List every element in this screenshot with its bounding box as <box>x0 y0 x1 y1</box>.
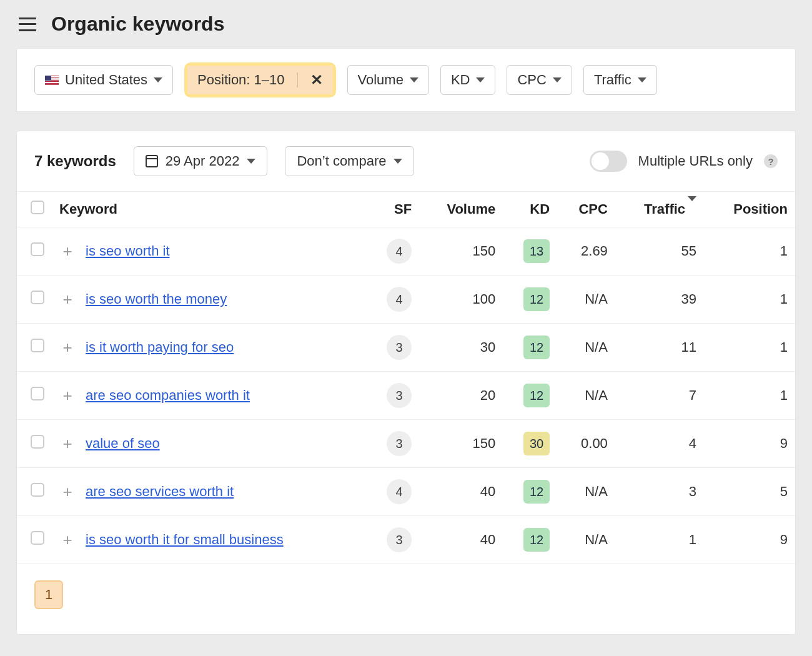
kd-badge: 12 <box>523 528 550 552</box>
hamburger-menu-icon[interactable] <box>19 17 36 31</box>
keyword-link[interactable]: is seo worth it for small business <box>86 532 284 548</box>
expand-icon[interactable]: + <box>59 291 76 307</box>
country-label: United States <box>65 72 147 88</box>
kd-badge: 12 <box>523 335 550 359</box>
cpc-cell: N/A <box>557 468 615 516</box>
col-traffic[interactable]: Traffic <box>615 192 704 227</box>
row-checkbox[interactable] <box>31 242 44 256</box>
row-checkbox[interactable] <box>31 531 44 545</box>
col-position[interactable]: Position <box>704 192 795 227</box>
us-flag-icon <box>45 76 59 85</box>
position-cell: 1 <box>704 372 795 420</box>
volume-cell: 30 <box>419 324 503 372</box>
traffic-cell: 3 <box>615 468 704 516</box>
col-sf[interactable]: SF <box>367 192 419 227</box>
sf-badge[interactable]: 4 <box>387 239 412 264</box>
position-cell: 9 <box>704 516 795 564</box>
traffic-cell: 7 <box>615 372 704 420</box>
col-cpc[interactable]: CPC <box>557 192 615 227</box>
traffic-cell: 39 <box>615 276 704 324</box>
expand-icon[interactable]: + <box>59 484 76 500</box>
date-picker[interactable]: 29 Apr 2022 <box>134 146 268 176</box>
chevron-down-icon <box>638 77 646 82</box>
header: Organic keywords <box>0 0 812 48</box>
volume-label: Volume <box>358 72 404 88</box>
traffic-filter-label: Traffic <box>594 72 631 88</box>
country-filter[interactable]: United States <box>34 65 173 95</box>
kd-label: KD <box>451 72 470 88</box>
table-row: +is seo worth the money410012N/A391 <box>17 276 795 324</box>
cpc-cell: N/A <box>557 324 615 372</box>
row-checkbox[interactable] <box>31 291 44 304</box>
sf-badge[interactable]: 4 <box>387 287 412 312</box>
compare-select[interactable]: Don’t compare <box>285 146 414 176</box>
volume-cell: 100 <box>419 276 503 324</box>
expand-icon[interactable]: + <box>59 387 76 404</box>
select-all-header <box>17 192 52 227</box>
results-panel: 7 keywords 29 Apr 2022 Don’t compare Mul… <box>16 131 796 635</box>
keyword-link[interactable]: is it worth paying for seo <box>86 339 234 355</box>
panel-toolbar: 7 keywords 29 Apr 2022 Don’t compare Mul… <box>17 131 795 191</box>
position-cell: 1 <box>704 227 795 276</box>
kd-badge: 12 <box>523 480 550 504</box>
help-icon[interactable]: ? <box>764 154 778 168</box>
select-all-checkbox[interactable] <box>31 201 44 214</box>
keyword-link[interactable]: value of seo <box>86 435 160 452</box>
cpc-cell: N/A <box>557 372 615 420</box>
page-title: Organic keywords <box>51 12 224 36</box>
row-checkbox[interactable] <box>31 387 44 400</box>
table-row: +is seo worth it for small business34012… <box>17 516 795 564</box>
col-keyword[interactable]: Keyword <box>52 192 367 227</box>
volume-cell: 40 <box>419 516 503 564</box>
keyword-count: 7 keywords <box>34 152 116 170</box>
sort-desc-icon <box>688 196 696 217</box>
chevron-down-icon <box>553 77 562 82</box>
sf-badge[interactable]: 3 <box>387 527 412 552</box>
row-checkbox[interactable] <box>31 339 44 352</box>
cpc-cell: 2.69 <box>557 227 615 276</box>
col-kd[interactable]: KD <box>503 192 557 227</box>
position-cell: 1 <box>704 276 795 324</box>
sf-badge[interactable]: 3 <box>387 383 412 408</box>
sf-badge[interactable]: 3 <box>387 431 412 456</box>
col-volume[interactable]: Volume <box>419 192 503 227</box>
volume-cell: 20 <box>419 372 503 420</box>
expand-icon[interactable]: + <box>59 435 76 452</box>
keyword-link[interactable]: is seo worth it <box>86 243 170 259</box>
position-label: Position: 1–10 <box>197 72 284 88</box>
expand-icon[interactable]: + <box>59 339 76 355</box>
traffic-filter[interactable]: Traffic <box>583 65 657 95</box>
cpc-label: CPC <box>517 72 546 88</box>
keyword-link[interactable]: are seo services worth it <box>86 484 234 500</box>
sf-badge[interactable]: 3 <box>387 335 412 360</box>
volume-cell: 150 <box>419 420 503 468</box>
table-header-row: Keyword SF Volume KD CPC Traffic Positio… <box>17 192 795 227</box>
row-checkbox[interactable] <box>31 435 44 449</box>
kd-filter[interactable]: KD <box>440 65 496 95</box>
page-1-button[interactable]: 1 <box>34 580 63 609</box>
sf-badge[interactable]: 4 <box>387 479 412 504</box>
cpc-cell: 0.00 <box>557 420 615 468</box>
keyword-link[interactable]: are seo companies worth it <box>86 387 250 404</box>
volume-filter[interactable]: Volume <box>347 65 429 95</box>
cpc-cell: N/A <box>557 516 615 564</box>
position-filter-wrap: Position: 1–10 ✕ <box>184 62 335 97</box>
keyword-link[interactable]: is seo worth the money <box>86 291 227 307</box>
multiple-urls-toggle-group: Multiple URLs only ? <box>590 151 778 172</box>
chevron-down-icon <box>247 159 255 164</box>
compare-label: Don’t compare <box>297 153 386 169</box>
chevron-down-icon <box>410 77 418 82</box>
close-icon[interactable]: ✕ <box>297 72 323 87</box>
chevron-down-icon <box>394 159 402 164</box>
traffic-cell: 4 <box>615 420 704 468</box>
row-checkbox[interactable] <box>31 483 44 497</box>
cpc-cell: N/A <box>557 276 615 324</box>
kd-badge: 12 <box>523 287 550 311</box>
expand-icon[interactable]: + <box>59 532 76 548</box>
cpc-filter[interactable]: CPC <box>507 65 572 95</box>
position-cell: 9 <box>704 420 795 468</box>
position-filter[interactable]: Position: 1–10 ✕ <box>187 66 332 94</box>
toggle-label: Multiple URLs only <box>638 153 753 169</box>
expand-icon[interactable]: + <box>59 243 76 259</box>
multiple-urls-toggle[interactable] <box>590 151 627 172</box>
